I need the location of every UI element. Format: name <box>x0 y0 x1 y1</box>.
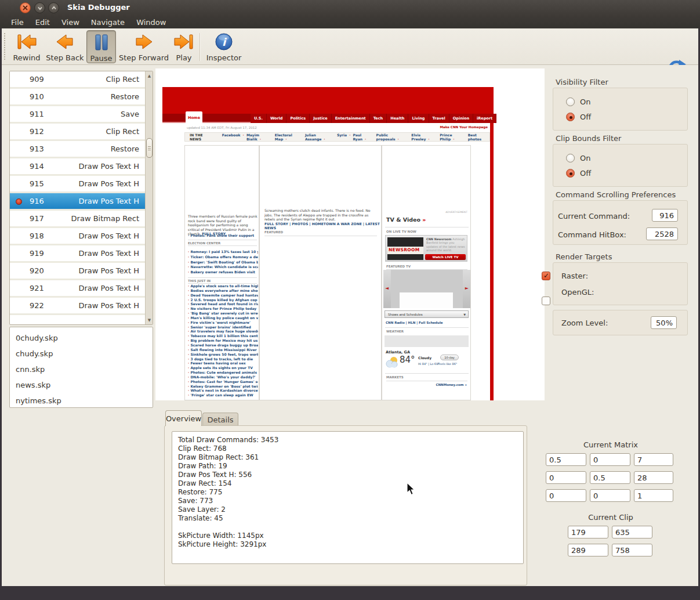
skp-file-item[interactable]: nytimes.skp <box>10 393 153 409</box>
clip-bounds-off-option[interactable]: Off <box>566 169 591 178</box>
raster-checkbox-checked-icon[interactable] <box>542 272 550 280</box>
cnn-right-stripe <box>490 87 494 400</box>
visibility-on-option[interactable]: On <box>566 97 590 106</box>
cnn-middle-intro: Screaming mothers clutch dead infants. T… <box>264 208 377 222</box>
command-list-scrollbar[interactable]: ▲ ▼ <box>145 71 153 324</box>
matrix-cell[interactable]: 0 <box>546 471 586 484</box>
opengl-checkbox-icon[interactable] <box>542 297 550 305</box>
cnn-money-link: CNNMoney.com » <box>436 383 467 386</box>
command-row[interactable]: 921 Draw Pos Text H <box>10 280 145 298</box>
command-row[interactable]: 910 Restore <box>10 89 145 106</box>
cnn-just-in-item: Fire victim's 'worst nightmare' <box>188 320 258 325</box>
rewind-button[interactable]: Rewind <box>10 30 43 63</box>
cnn-weather-city: Atlanta, GA <box>386 350 410 355</box>
overview-text-area[interactable]: Total Draw Commands: 3453Clip Rect: 768D… <box>172 431 524 564</box>
radio-icon[interactable] <box>566 97 575 106</box>
current-command-field[interactable]: 916 <box>652 209 678 222</box>
matrix-cell[interactable]: 0 <box>590 453 630 466</box>
menu-item[interactable]: File <box>6 17 29 28</box>
overview-line <box>178 523 517 532</box>
command-hitbox-field[interactable]: 2528 <box>646 227 678 240</box>
menu-item[interactable]: Navigate <box>86 17 130 28</box>
menu-item[interactable]: Window <box>131 17 171 28</box>
zoom-level-field[interactable]: 50% <box>651 316 677 329</box>
step-back-button[interactable]: Step Back <box>46 30 84 63</box>
skp-file-item[interactable]: cnn.skp <box>10 362 153 377</box>
command-row[interactable]: 914 Draw Pos Text H <box>10 158 145 176</box>
cnn-just-in-item: Salt flowing into Mississippi River <box>188 348 258 352</box>
inspector-button[interactable]: i Inspector <box>204 30 244 63</box>
command-row[interactable]: 919 Draw Pos Text H <box>10 245 145 263</box>
skp-file-list[interactable]: 0chudy.skpchudy.skpcnn.skpnews.skpnytime… <box>9 327 153 408</box>
visibility-filter-title: Visibility Filter <box>556 78 608 86</box>
command-row[interactable]: 920 Draw Pos Text H <box>10 263 145 280</box>
matrix-cell[interactable]: 0.5 <box>546 453 586 466</box>
skp-file-item[interactable]: 0chudy.skp <box>10 330 153 346</box>
window-close-icon[interactable] <box>20 2 31 13</box>
rewind-label: Rewind <box>13 53 40 62</box>
cnn-nav-item: Travel <box>429 114 449 123</box>
step-forward-button[interactable]: Step Forward <box>118 30 169 63</box>
matrix-cell[interactable]: 1 <box>634 489 673 502</box>
command-number: 913 <box>30 144 60 153</box>
command-list[interactable]: 909 Clip Rect 910 Restore 911 Save <box>10 71 145 324</box>
command-number: 914 <box>30 162 60 171</box>
titlebar[interactable]: Skia Debugger <box>0 0 700 16</box>
divider <box>385 327 469 328</box>
tab-overview[interactable]: Overview <box>165 410 202 426</box>
cnn-header-band <box>162 87 494 114</box>
matrix-cell[interactable]: 0 <box>590 489 630 502</box>
matrix-cell[interactable]: 0.5 <box>590 471 630 484</box>
radio-checked-icon[interactable] <box>566 169 575 178</box>
radio-checked-icon[interactable] <box>566 113 575 121</box>
command-row[interactable]: 913 Restore <box>10 141 145 158</box>
skp-file-item[interactable]: news.skp <box>10 377 153 393</box>
menu-item[interactable]: View <box>56 17 85 28</box>
window-maximize-icon[interactable] <box>48 2 59 13</box>
render-canvas[interactable]: Home U.S.WorldPoliticsJusticeEntertainme… <box>155 68 545 400</box>
scrollbar-thumb[interactable] <box>146 138 153 158</box>
toolbar-handle[interactable] <box>4 33 6 60</box>
render-targets-group: Raster: OpenGL: <box>553 262 688 305</box>
command-row[interactable]: 915 Draw Pos Text H <box>10 176 145 193</box>
cnn-nav-item: Entertainment <box>332 114 370 123</box>
clip-bounds-on-option[interactable]: On <box>566 154 590 162</box>
cnn-just-in-item: 3 dogs tied to tracks, left to die <box>188 357 258 362</box>
command-row[interactable]: 911 Save <box>10 106 145 124</box>
command-name: Draw Pos Text H <box>60 197 145 205</box>
visibility-off-option[interactable]: Off <box>566 113 591 121</box>
play-button[interactable]: Play <box>171 30 197 63</box>
pause-button[interactable]: Pause <box>86 30 116 63</box>
command-row[interactable]: 922 Draw Pos Text H <box>10 298 145 315</box>
matrix-cell[interactable]: 7 <box>634 453 673 466</box>
cnn-election-header: ELECTION CENTER <box>188 240 257 246</box>
command-row[interactable]: 912 Clip Rect <box>10 124 145 141</box>
inspector-label: Inspector <box>206 53 242 62</box>
tab-details[interactable]: Details <box>202 413 238 426</box>
radio-icon[interactable] <box>566 154 575 162</box>
command-number: 911 <box>30 110 60 118</box>
clip-cell[interactable]: 179 <box>568 526 608 538</box>
menu-item[interactable]: Edit <box>30 17 55 28</box>
clip-cell[interactable]: 758 <box>612 544 652 556</box>
skp-file-item[interactable]: chudy.skp <box>10 346 153 362</box>
command-row[interactable]: 918 Draw Pos Text H <box>10 228 145 245</box>
scroll-up-icon[interactable]: ▲ <box>146 72 153 79</box>
matrix-cell[interactable]: 28 <box>634 471 673 484</box>
weather-icon <box>385 356 400 371</box>
carousel-left-icon: ◄ <box>385 285 389 291</box>
command-row[interactable]: 909 Clip Rect <box>10 71 145 89</box>
matrix-cell[interactable]: 0 <box>546 489 586 502</box>
window-minimize-icon[interactable] <box>34 2 45 13</box>
cnn-nav-item: U.S. <box>251 114 267 123</box>
command-row[interactable]: 916 Draw Pos Text H <box>10 193 145 211</box>
command-list-panel: 909 Clip Rect 910 Restore 911 Save <box>9 71 153 325</box>
cnn-just-in-item: Photos: Cute endangered animals Time <box>188 370 258 375</box>
cnn-left-column: Three members of Russian female punk roc… <box>184 145 259 400</box>
pause-label: Pause <box>90 54 112 63</box>
carousel-right-icon: ► <box>465 285 469 291</box>
scroll-down-icon[interactable]: ▼ <box>146 316 153 324</box>
command-row[interactable]: 917 Draw Bitmap Rect <box>10 211 145 228</box>
clip-cell[interactable]: 289 <box>568 544 608 556</box>
clip-cell[interactable]: 635 <box>612 526 652 538</box>
